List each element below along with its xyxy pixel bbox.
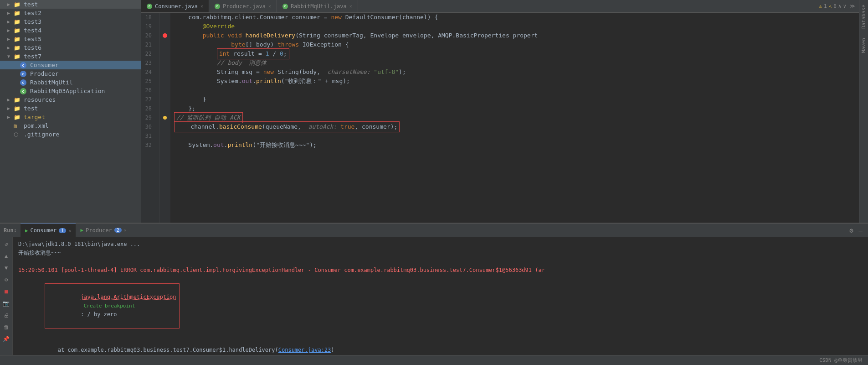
- database-tab[interactable]: Database: [859, 0, 868, 33]
- tab-consumer[interactable]: c Consumer.java ✕: [141, 0, 209, 12]
- stop-button[interactable]: ■: [1, 287, 11, 297]
- pin-button[interactable]: 📌: [1, 334, 11, 344]
- consumer-java-link[interactable]: Consumer.java:23: [278, 347, 331, 353]
- arrow-icon: ▶: [7, 97, 14, 102]
- sidebar-item-test7[interactable]: ▼ 📁 test7: [0, 52, 141, 61]
- arrow-icon: ▶: [7, 106, 14, 111]
- sidebar-item-producer[interactable]: c Producer: [0, 69, 141, 78]
- main-area: ▶ 📁 test ▶ 📁 test2 ▶ 📁 test3 ▶ 📁 test4 ▶…: [0, 0, 868, 223]
- sidebar-item-test5[interactable]: ▶ 📁 test5: [0, 35, 141, 43]
- code-line-27: }: [174, 95, 855, 104]
- code-line-29: // 监听队列 自动 ACK: [174, 113, 855, 122]
- sidebar-item-target[interactable]: ▶ 📁 target: [0, 113, 141, 121]
- code-line-19: @Override: [174, 22, 855, 31]
- code-line-20: public void handleDelivery(String consum…: [174, 31, 855, 40]
- sidebar-item-test6[interactable]: ▶ 📁 test6: [0, 43, 141, 52]
- sidebar-item-rabbitmqutil[interactable]: c RabbitMqUtil: [0, 78, 141, 87]
- warning-dot-indicator: [163, 116, 167, 120]
- print-button[interactable]: 🖨: [1, 310, 11, 320]
- clear-button[interactable]: 🗑: [1, 322, 11, 332]
- sidebar-item-test2[interactable]: ▶ 📁 test2: [0, 9, 141, 17]
- sidebar-item-label: RabbitMq03Application: [30, 88, 105, 94]
- sidebar-item-label: test7: [24, 53, 41, 60]
- sidebar-item-label: test: [24, 105, 38, 112]
- java-icon: c: [215, 4, 220, 9]
- folder-icon: 📁: [14, 19, 22, 25]
- run-tab-close-button[interactable]: ✕: [124, 228, 127, 233]
- sidebar-item-label: test4: [24, 27, 41, 34]
- scroll-down-button[interactable]: ▼: [1, 263, 11, 273]
- code-line-25: System.out.println("收到消息：" + msg);: [174, 77, 855, 86]
- code-line-32: System.out.println("开始接收消息~~~");: [174, 141, 855, 150]
- sidebar-item-label: test2: [24, 10, 41, 16]
- sidebar-item-application[interactable]: c RabbitMq03Application: [0, 87, 141, 95]
- sidebar-item-pomxml[interactable]: m pom.xml: [0, 121, 141, 130]
- breakpoint-indicator[interactable]: [163, 33, 167, 38]
- sidebar-item-consumer[interactable]: c Consumer: [0, 61, 141, 69]
- sidebar-item-label: Producer: [30, 70, 59, 77]
- sidebar-item-label: Consumer: [30, 62, 59, 68]
- code-editor[interactable]: 18 19 20 21 22 23 24 25 26 27 28 29 30 3…: [141, 13, 859, 223]
- sidebar-item-test[interactable]: ▶ 📁 test: [0, 0, 141, 9]
- run-tab-producer[interactable]: ▶ Producer 2 ✕: [76, 224, 131, 237]
- settings-button[interactable]: ⚙: [847, 226, 855, 235]
- run-tab-consumer[interactable]: ▶ Consumer 1 ✕: [21, 224, 76, 237]
- java-class-icon: c: [20, 70, 28, 77]
- output-exception-line[interactable]: java.lang.ArithmeticException Create bre…: [18, 275, 863, 337]
- code-lines[interactable]: com.rabbitmq.client.Consumer consumer = …: [170, 13, 859, 223]
- status-text: CSDN @单身贵族男: [819, 357, 863, 364]
- arrow-icon: ▶: [7, 45, 14, 50]
- minimize-button[interactable]: —: [857, 226, 864, 235]
- settings-run-button[interactable]: ⚙: [1, 275, 11, 285]
- sidebar-item-resources[interactable]: ▶ 📁 resources: [0, 95, 141, 104]
- sidebar-item-test3[interactable]: ▶ 📁 test3: [0, 17, 141, 26]
- code-line-31: [174, 131, 855, 141]
- spring-class-icon: c: [20, 88, 28, 94]
- folder-icon: 📁: [14, 27, 22, 34]
- camera-button[interactable]: 📷: [1, 298, 11, 308]
- sidebar-item-label: target: [24, 114, 45, 120]
- tab-rabbitmqutil[interactable]: c RabbitMqUtil.java ✕: [277, 0, 358, 12]
- maven-tab[interactable]: Maven: [859, 33, 868, 57]
- target-folder-icon: 📁: [14, 114, 22, 120]
- output-line: 开始接收消息~~~: [18, 249, 863, 257]
- java-icon: c: [282, 4, 288, 9]
- sidebar-item-label: test3: [24, 18, 41, 25]
- line-numbers: 18 19 20 21 22 23 24 25 26 27 28 29 30 3…: [141, 13, 159, 223]
- folder-icon: 📁: [14, 97, 22, 103]
- tab-producer[interactable]: c Producer.java ✕: [209, 0, 277, 12]
- file-tree: ▶ 📁 test ▶ 📁 test2 ▶ 📁 test3 ▶ 📁 test4 ▶…: [0, 0, 141, 223]
- right-panel-tabs: Database Maven: [859, 0, 868, 223]
- tab-label: RabbitMqUtil.java: [291, 3, 347, 10]
- sidebar-item-gitignore[interactable]: ⬡ .gitignore: [0, 130, 141, 139]
- arrow-icon: [14, 80, 20, 85]
- arrow-icon: ▶: [7, 28, 14, 33]
- tab-label: Consumer.java: [155, 3, 198, 10]
- sidebar-item-test4[interactable]: ▶ 📁 test4: [0, 26, 141, 35]
- create-breakpoint-link[interactable]: Create breakpoint: [81, 303, 138, 309]
- tab-close-button[interactable]: ✕: [200, 4, 203, 9]
- sidebar-item-label: test5: [24, 36, 41, 42]
- sidebar-item-label: test: [24, 1, 38, 8]
- scroll-up-button[interactable]: ▲: [1, 251, 11, 261]
- sidebar-item-test-folder[interactable]: ▶ 📁 test: [0, 104, 141, 113]
- code-line-21: byte[] body) throws IOException {: [174, 40, 855, 49]
- tab-close-button[interactable]: ✕: [268, 4, 271, 9]
- folder-icon: 📁: [14, 45, 22, 51]
- run-tab-close-button[interactable]: ✕: [68, 228, 71, 233]
- tab-close-button[interactable]: ✕: [349, 4, 352, 9]
- arrow-icon: ▶: [7, 19, 14, 24]
- java-class-icon: c: [20, 79, 28, 86]
- code-line-22: int result = 1 / 0;: [174, 49, 855, 58]
- code-line-30: channel.basicConsume(queueName, autoAck:…: [174, 122, 855, 131]
- sidebar-item-label: test6: [24, 44, 41, 51]
- run-tab-label: Producer: [86, 227, 112, 234]
- arrow-icon: [14, 71, 20, 76]
- run-output: D:\java\jdk1.8.0_181\bin\java.exe ... 开始…: [13, 237, 868, 355]
- editor-area: c Consumer.java ✕ c Producer.java ✕ c Ra…: [141, 0, 859, 223]
- restart-button[interactable]: ↺: [1, 239, 11, 249]
- run-play-icon: ▶: [25, 228, 28, 234]
- editor-tabs: c Consumer.java ✕ c Producer.java ✕ c Ra…: [141, 0, 859, 13]
- arithmetic-exception-link[interactable]: java.lang.ArithmeticException: [81, 294, 176, 300]
- run-sidebar-toolbar: ↺ ▲ ▼ ⚙ ■ 📷 🖨 🗑 📌: [0, 237, 13, 355]
